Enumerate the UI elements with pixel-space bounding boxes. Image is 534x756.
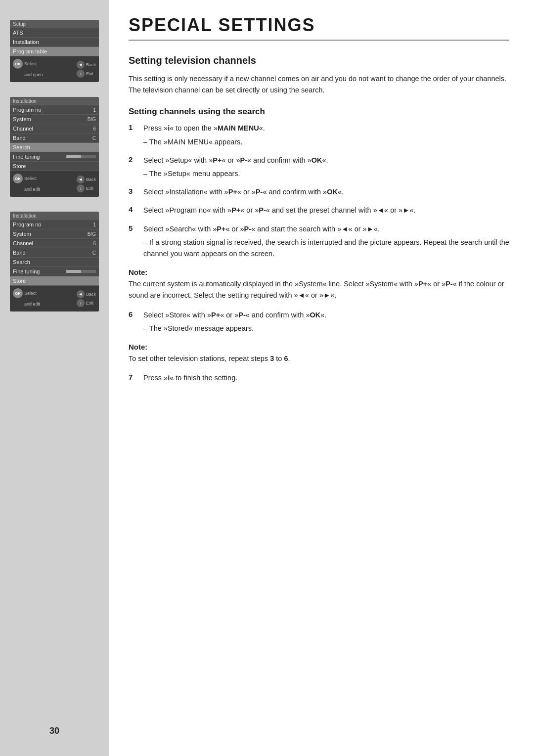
- tv-menu-item-store-3: Store: [10, 276, 99, 286]
- step-7: 7 Press »i« to finish the setting.: [129, 372, 509, 384]
- note-2: Note: To set other television stations, …: [129, 341, 509, 364]
- step-2-sub: – The »Setup« menu appears.: [143, 168, 509, 179]
- step-5-content: Select »Search« with »P+« or »P-« and st…: [143, 223, 509, 260]
- exit-button-icon-3: i: [77, 299, 85, 307]
- ok-button-icon-3: OK: [13, 288, 23, 298]
- step-1: 1 Press »i« to open the »MAIN MENU«. – T…: [129, 123, 509, 147]
- page-number: 30: [49, 726, 59, 746]
- step-6-number: 6: [129, 310, 137, 318]
- step-2: 2 Select »Setup« with »P+« or »P-« and c…: [129, 155, 509, 179]
- step-1-sub: – The »MAIN MENU« appears.: [143, 136, 509, 148]
- tv-menu-item-search-3: Search: [10, 258, 99, 267]
- tv-menu-item-system-2: System B/G: [10, 115, 99, 124]
- step-3: 3 Select »Installation« with »P+« or »P-…: [129, 186, 509, 198]
- step-6-content: Select »Store« with »P+« or »P-« and con…: [143, 310, 509, 334]
- tv-menu-installation-search: Installation Program no 1 System B/G Cha…: [10, 97, 99, 197]
- fine-tuning-bar-3: [66, 270, 96, 273]
- sidebar: Setup ATS Installation Program table OK …: [0, 0, 109, 756]
- tv-menu-item-channel-3: Channel 6: [10, 239, 99, 248]
- back-button-icon-2: ◀: [77, 176, 85, 183]
- tv-menu-item-channel-2: Channel 6: [10, 124, 99, 133]
- step-5: 5 Select »Search« with »P+« or »P-« and …: [129, 223, 509, 260]
- intro-text: This setting is only necessary if a new …: [129, 73, 509, 96]
- tv-menu-item-system-3: System B/G: [10, 229, 99, 239]
- step-6-sub: – The »Stored« message appears.: [143, 323, 509, 334]
- tv-menu-item-fine-tuning-3: Fine tuning: [10, 267, 99, 276]
- step-4-number: 4: [129, 205, 137, 214]
- step-7-content: Press »i« to finish the setting.: [143, 372, 509, 384]
- tv-menu-installation-search-footer: OK Select and edit ◀ Back i Exi: [10, 171, 99, 197]
- exit-button-icon: i: [77, 70, 85, 78]
- tv-menu-item-store-2: Store: [10, 162, 99, 171]
- tv-menu-item-program-no-2: Program no 1: [10, 105, 99, 115]
- step-5-number: 5: [129, 223, 137, 232]
- page-title: SPECIAL SETTINGS: [129, 15, 509, 41]
- note-1: Note: The current system is automaticall…: [129, 267, 509, 302]
- step-5-sub: – If a strong station signal is received…: [143, 237, 509, 260]
- step-3-number: 3: [129, 186, 137, 195]
- main-content: SPECIAL SETTINGS Setting television chan…: [109, 0, 534, 756]
- step-2-number: 2: [129, 155, 137, 164]
- tv-menu-installation-store-header: Installation: [10, 212, 99, 220]
- step-2-content: Select »Setup« with »P+« or »P-« and con…: [143, 155, 509, 179]
- tv-menu-setup-header: Setup: [10, 20, 99, 28]
- tv-menu-item-fine-tuning-2: Fine tuning: [10, 152, 99, 162]
- tv-menu-installation-search-header: Installation: [10, 97, 99, 105]
- exit-button-icon-2: i: [77, 184, 85, 192]
- tv-menu-installation-store: Installation Program no 1 System B/G Cha…: [10, 212, 99, 311]
- sidebar-panels: Setup ATS Installation Program table OK …: [10, 10, 99, 311]
- step-7-number: 7: [129, 372, 137, 381]
- tv-menu-item-search-2: Search: [10, 143, 99, 152]
- step-1-content: Press »i« to open the »MAIN MENU«. – The…: [143, 123, 509, 147]
- section-heading: Setting television channels: [129, 55, 509, 66]
- tv-menu-installation-store-footer: OK Select and edit ◀ Back i Exi: [10, 286, 99, 311]
- tv-menu-item-program-no-3: Program no 1: [10, 220, 99, 229]
- steps-list-2: 6 Select »Store« with »P+« or »P-« and c…: [129, 310, 509, 334]
- step-3-content: Select »Installation« with »P+« or »P-« …: [143, 186, 509, 198]
- ok-button-icon-2: OK: [13, 174, 23, 183]
- tv-menu-item-ats: ATS: [10, 28, 99, 38]
- sub-section-heading: Setting channels using the search: [129, 107, 509, 117]
- note-1-label: Note:: [129, 268, 147, 276]
- tv-menu-setup-footer: OK Select and open ◀ Back i Exi: [10, 56, 99, 82]
- step-4-content: Select »Program no« with »P+« or »P-« an…: [143, 205, 509, 216]
- tv-menu-item-program-table: Program table: [10, 47, 99, 56]
- tv-menu-item-band-2: Band C: [10, 133, 99, 143]
- tv-menu-setup: Setup ATS Installation Program table OK …: [10, 20, 99, 82]
- step-1-number: 1: [129, 123, 137, 132]
- back-button-icon: ◀: [77, 61, 85, 69]
- fine-tuning-bar: [66, 155, 96, 158]
- back-button-icon-3: ◀: [77, 290, 85, 298]
- step-6: 6 Select »Store« with »P+« or »P-« and c…: [129, 310, 509, 334]
- steps-list-3: 7 Press »i« to finish the setting.: [129, 372, 509, 384]
- steps-list: 1 Press »i« to open the »MAIN MENU«. – T…: [129, 123, 509, 260]
- ok-button-icon: OK: [13, 59, 23, 69]
- step-4: 4 Select »Program no« with »P+« or »P-« …: [129, 205, 509, 216]
- tv-menu-item-installation: Installation: [10, 38, 99, 47]
- note-2-label: Note:: [129, 343, 147, 351]
- tv-menu-item-band-3: Band C: [10, 248, 99, 258]
